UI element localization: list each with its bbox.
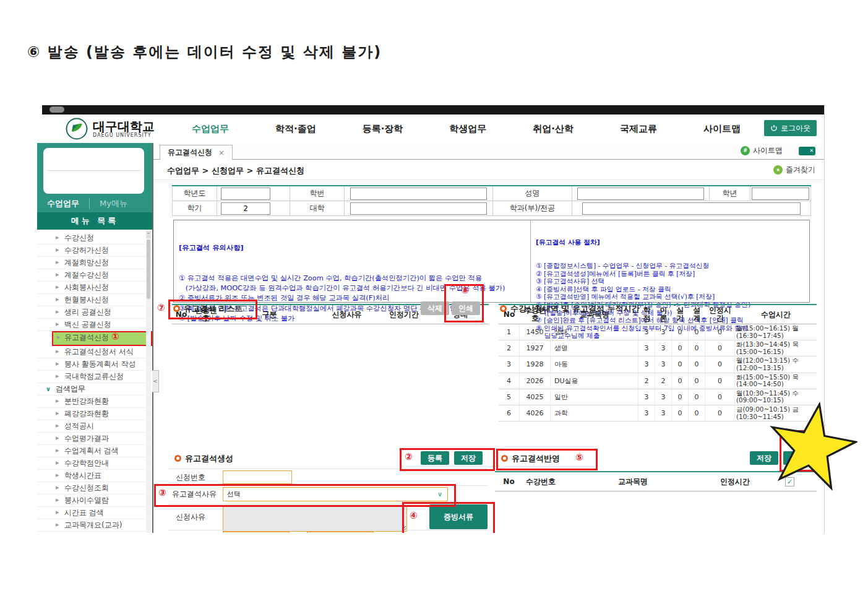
sidebar-menu-item[interactable]: ▶수강신청 (37, 232, 152, 244)
arrow-icon: ▶ (56, 371, 59, 383)
label-student-no: 학번 (290, 186, 345, 201)
star-icon: ★ (773, 165, 783, 175)
nav-item[interactable]: 등록·장학 (363, 123, 403, 135)
sidebar-menu-item[interactable]: ▶사회봉사신청 (37, 282, 152, 294)
sidebar-menu-item[interactable]: ▶성적공시 (37, 420, 152, 433)
send-button[interactable]: 발송 (783, 451, 812, 465)
user-info-box (43, 148, 144, 194)
university-logo: 대구대학교 DAEGU UNIVERSITY (66, 118, 155, 140)
arrow-icon: ▶ (56, 470, 59, 482)
sidebar-section-search[interactable]: ∨검색업무 (37, 383, 152, 396)
nav-item[interactable]: 학적·졸업 (275, 123, 316, 135)
scroll-up-icon[interactable]: ^ (146, 231, 151, 238)
notice-procedure: [유고결석 사용 절차] ① [종합정보시스템] - 수업업무 - 신청업무 -… (530, 220, 809, 302)
sidebar-menu-item[interactable]: ▶시간표 검색 (37, 507, 152, 519)
tab-close-icon[interactable]: × (218, 149, 225, 157)
notice-cautions: [유고결석 유의사항] ① 유고결석 적용은 대면수업 및 실시간 Zoom 수… (174, 220, 530, 302)
attach-button[interactable]: 증빙서류 (429, 504, 488, 529)
absence-list-section: ⑦ 유고결석 리스트 삭제 인쇄 ⑧ No 신청번호 구분 신청사유 인정기간 … (172, 301, 489, 324)
sidebar-menu-item[interactable]: ▶수강학점안내 (37, 457, 152, 470)
sidebar-scrollbar[interactable]: ^ (146, 231, 151, 533)
sidebar-menu-item[interactable]: ▶수업평가결과 (37, 433, 152, 445)
apply-no-input[interactable] (223, 470, 292, 484)
sidebar-menu-item[interactable]: ▶국내학점교류신청 (37, 371, 152, 383)
save-button[interactable]: 저장 (454, 451, 483, 465)
sitemap-icon: # (741, 146, 750, 155)
arrow-icon: ▶ (56, 507, 59, 519)
period-start-input[interactable]: ▦ (223, 532, 290, 533)
arrow-icon: ▶ (56, 257, 59, 269)
nav-item[interactable]: 사이트맵 (703, 123, 741, 135)
label-year: 학년도 (173, 186, 217, 201)
label-major: 학과(부)/전공 (493, 201, 572, 216)
year-input[interactable] (221, 188, 270, 200)
college-input[interactable] (350, 202, 487, 215)
nav-item-active[interactable]: 수업업무 (192, 123, 229, 135)
power-icon (770, 124, 778, 132)
student-no-input[interactable] (350, 188, 487, 200)
notice-line: ① [종합정보시스템] - 수업업무 - 신청업무 - 유고결석신청 (536, 262, 806, 270)
absence-list-title: 유고결석 리스트 (184, 303, 243, 314)
reason-type-select[interactable]: 선택 ∨ (223, 487, 448, 501)
notice-line: ① 유고결석 적용은 대면수업 및 실시간 Zoom 수업, 학습기간(출석인정… (179, 274, 526, 283)
tab-bar: 유고결석신청 × # 사이트맵 ✕ (153, 143, 824, 160)
arrow-icon: ▶ (56, 532, 59, 533)
arrow-icon: ▶ (56, 445, 59, 457)
grade-input[interactable] (752, 188, 809, 200)
sidebar-menu-item[interactable]: ▶수강허가신청 (37, 244, 152, 257)
sidebar-item-absence-apply[interactable]: ▶유고결석신청① (52, 331, 152, 346)
period-end-input[interactable]: ▦ (307, 532, 374, 533)
reason-textarea[interactable] (223, 506, 407, 532)
arrow-icon: ▶ (56, 408, 59, 420)
bullet-icon (173, 305, 180, 312)
sidebar-tab-my[interactable]: My메뉴 (89, 198, 137, 209)
nav-item[interactable]: 학생업무 (449, 123, 486, 135)
major-input[interactable] (582, 202, 801, 215)
courses-section: 수강신청내역 및 유고결석 누적시간 No 수강번호 교과목명 학점 이론 실기… (499, 301, 817, 422)
print-button[interactable]: 인쇄 (452, 301, 480, 315)
annotation-marker-6: ⑥ (792, 433, 800, 442)
sidebar-collapse-handle[interactable]: < (152, 370, 159, 392)
nav-item[interactable]: 취업·산학 (533, 123, 574, 135)
sidebar-menu-item[interactable]: ▶백신 공결신청 (37, 319, 152, 331)
sidebar-menu-item[interactable]: ▶교과목개요(교과) (37, 519, 152, 532)
sidebar-menu: ▶수강신청▶수강허가신청▶계절희망신청▶계절수강신청▶사회봉사신청▶헌혈봉사신청… (37, 230, 152, 533)
sidebar-menu-item[interactable]: ▶폐강강좌현황 (37, 408, 152, 420)
save-button-apply[interactable]: 저장 (750, 451, 778, 465)
bullet-icon (500, 305, 507, 312)
sidebar-tab-main[interactable]: 수업업무 (37, 198, 89, 209)
semester-input[interactable] (221, 202, 270, 215)
table-row: 5 4025 일반 3 3 0 0 0 월(10:30~11:45) 수(09:… (499, 389, 817, 405)
label-semester: 학기 (173, 201, 217, 216)
sidebar-menu-item[interactable]: ▶수업계획서 검색 (37, 445, 152, 457)
scrollbar-thumb[interactable] (147, 240, 150, 299)
name-input[interactable] (577, 188, 704, 200)
sidebar-menu-item[interactable]: ▶학생시간표 (37, 470, 152, 482)
apply-no-label: 신청번호 (176, 472, 205, 483)
notice-line: (가상강좌, MOOC강좌 등 원격수업과 학습기간이 유고결석 허용기간보다 … (179, 283, 526, 293)
sidebar-menu-item[interactable]: ▶봉사 활동계획서 작성 (37, 358, 152, 371)
sidebar-menu-item[interactable]: ▶계절희망신청 (37, 257, 152, 269)
favorite-link[interactable]: ★ 즐겨찾기 (773, 165, 815, 175)
sidebar-menu-item[interactable]: ▶취업정보조회 (37, 532, 152, 533)
register-button[interactable]: 등록 (421, 451, 449, 465)
sidebar-menu-item[interactable]: ▶봉사이수열람 (37, 495, 152, 507)
tab-absence-apply[interactable]: 유고결석신청 × (160, 145, 233, 160)
sidebar-menu-item[interactable]: ▶분반강좌현황 (37, 396, 152, 408)
reason-label: 신청사유 (176, 512, 205, 522)
arrow-icon: ▶ (56, 282, 59, 293)
sidebar-menu-item[interactable]: ▶생리 공결신청 (37, 306, 152, 319)
sidebar-menu-item[interactable]: ▶유고결석신청서 서식 (37, 346, 152, 358)
sidebar-menu-item[interactable]: ▶헌혈봉사신청 (37, 294, 152, 306)
delete-button[interactable]: 삭제 (421, 301, 449, 315)
select-all-checkbox[interactable]: ✓ (785, 477, 794, 486)
sidebar-menu-item[interactable]: ▶수강신청조회 (37, 482, 152, 495)
arrow-icon: ▶ (56, 482, 59, 494)
nav-item[interactable]: 국제교류 (620, 123, 657, 135)
window-close-icon[interactable]: ✕ (799, 147, 815, 155)
logout-button[interactable]: 로그아웃 (764, 120, 817, 136)
notice-cautions-title: [유고결석 유의사항] (179, 243, 526, 253)
main-nav: 수업업무 학적·졸업 등록·장학 학생업무 취업·산학 국제교류 사이트맵 (186, 115, 747, 143)
sitemap-link[interactable]: # 사이트맵 (741, 145, 783, 156)
sidebar-menu-item[interactable]: ▶계절수강신청 (37, 269, 152, 282)
